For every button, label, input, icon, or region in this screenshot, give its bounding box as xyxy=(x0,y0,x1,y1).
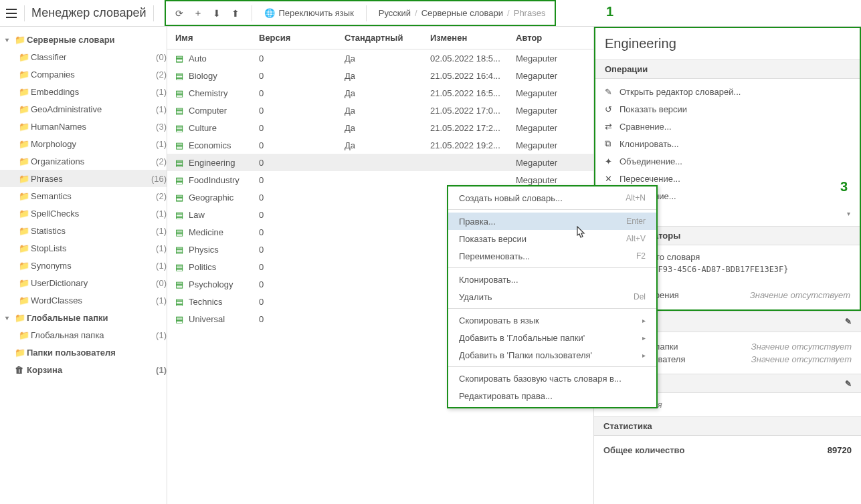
sidebar-item[interactable]: 📁GeoAdministrative (1) xyxy=(0,100,167,118)
shortcut-label: Alt+V xyxy=(626,234,646,243)
item-label: Semantics xyxy=(31,191,155,201)
switch-language-button[interactable]: 🌐 Переключить язык xyxy=(259,8,359,18)
shortcut-label: Alt+N xyxy=(626,193,646,203)
operation-item[interactable]: ⇄Сравнение... xyxy=(595,118,860,135)
sidebar-item[interactable]: 📁Organizations (2) xyxy=(0,152,167,170)
cell-name: Computer xyxy=(189,106,259,116)
separator xyxy=(153,5,154,21)
group-label: Корзина xyxy=(27,365,155,375)
global-folders-value: Значение отсутствует xyxy=(751,342,852,352)
folder-icon: 📁 xyxy=(19,278,31,288)
section-operations: Операции xyxy=(595,59,860,79)
context-menu-item[interactable]: Добавить в 'Папки пользователя'▸ xyxy=(448,346,656,364)
sidebar-item[interactable]: 📁UserDictionary (0) xyxy=(0,274,167,291)
cell-version: 0 xyxy=(259,123,345,133)
breadcrumb-item[interactable]: Русский xyxy=(379,8,411,18)
context-menu-item[interactable]: Редактировать права... xyxy=(448,387,656,404)
table-row[interactable]: ▤Computer0Да21.05.2022 17:0...Megaputer xyxy=(167,102,593,119)
sidebar-item[interactable]: 📁SpellChecks (1) xyxy=(0,205,167,222)
operation-item[interactable]: ⧉Клонировать... xyxy=(595,135,860,152)
table-row[interactable]: ▤Auto0Да02.05.2022 18:5...Megaputer xyxy=(167,49,593,67)
sidebar-item[interactable]: 📁Phrases (16) xyxy=(0,170,167,187)
item-label: Synonyms xyxy=(31,261,155,271)
sidebar-item[interactable]: 📁Semantics (2) xyxy=(0,187,167,205)
edit-icon[interactable]: ✎ xyxy=(845,379,852,388)
context-menu-item[interactable]: УдалитьDel xyxy=(448,288,656,305)
col-standard[interactable]: Стандартный xyxy=(345,33,430,43)
context-menu-item[interactable]: Скопировать в язык▸ xyxy=(448,311,656,329)
cell-standard: Да xyxy=(345,53,430,64)
separator xyxy=(366,5,367,21)
context-menu-item[interactable]: Показать версииAlt+V xyxy=(448,230,656,247)
item-label: Embeddings xyxy=(31,87,155,97)
menu-item-label: Правка... xyxy=(459,217,626,227)
sidebar-item[interactable]: 📁Глобальная папка (1) xyxy=(0,326,167,344)
breadcrumb-item[interactable]: Серверные словари xyxy=(421,8,503,18)
menu-separator xyxy=(448,366,656,367)
sidebar-item[interactable]: 📁Statistics (1) xyxy=(0,222,167,239)
dictionary-icon: ▤ xyxy=(175,210,189,220)
item-label: GeoAdministrative xyxy=(31,104,155,114)
upload-button[interactable]: ⬆ xyxy=(226,4,245,23)
guid-ext-value: Значение отсутствует xyxy=(750,290,850,300)
details-title: Engineering xyxy=(595,28,860,59)
breadcrumb-separator: / xyxy=(507,8,510,18)
group-label: Папки пользователя xyxy=(27,348,167,358)
col-author[interactable]: Автор xyxy=(516,33,593,43)
operation-item[interactable]: ✎Открыть редактор словарей... xyxy=(595,83,860,100)
sidebar-item[interactable]: 📁Companies (2) xyxy=(0,66,167,83)
edit-icon[interactable]: ✎ xyxy=(845,317,852,326)
download-button[interactable]: ⬇ xyxy=(207,4,226,23)
sidebar-item[interactable]: 📁Morphology (1) xyxy=(0,135,167,152)
col-name[interactable]: Имя xyxy=(175,33,259,43)
sidebar-item[interactable]: 📁StopLists (1) xyxy=(0,239,167,257)
table-row[interactable]: ▤Engineering0Megaputer xyxy=(167,154,593,171)
table-row[interactable]: ▤Biology0Да21.05.2022 16:4...Megaputer xyxy=(167,67,593,84)
add-button[interactable]: ＋ xyxy=(189,4,207,23)
folder-icon: 📁 xyxy=(19,209,31,219)
dictionary-icon: ▤ xyxy=(175,193,189,203)
breadcrumb-separator: / xyxy=(415,8,417,18)
cell-modified: 21.05.2022 16:5... xyxy=(430,88,516,98)
cell-modified: 21.05.2022 19:2... xyxy=(430,140,516,150)
context-menu-item[interactable]: Правка...Enter xyxy=(448,213,656,230)
operation-item[interactable]: ↺Показать версии xyxy=(595,100,860,118)
user-folders-value: Значение отсутствует xyxy=(751,354,852,364)
refresh-button[interactable]: ⟳ xyxy=(170,4,189,23)
item-label: SpellChecks xyxy=(31,209,155,219)
sidebar-group[interactable]: 📁Папки пользователя xyxy=(0,344,167,361)
col-version[interactable]: Версия xyxy=(259,33,345,43)
table-row[interactable]: ▤Economics0Да21.05.2022 19:2...Megaputer xyxy=(167,136,593,154)
item-label: StopLists xyxy=(31,243,155,253)
sidebar-item[interactable]: 📁WordClasses (1) xyxy=(0,291,167,309)
col-modified[interactable]: Изменен xyxy=(430,33,516,43)
sidebar-item[interactable]: 📁HumanNames (3) xyxy=(0,118,167,135)
dictionary-grid: Имя Версия Стандартный Изменен Автор ▤Au… xyxy=(167,27,593,504)
folder-icon: 📁 xyxy=(15,35,27,45)
sidebar-group[interactable]: ▾📁Серверные словари xyxy=(0,31,167,48)
context-menu-item[interactable]: Скопировать базовую часть словаря в... xyxy=(448,370,656,387)
cell-version: 0 xyxy=(259,106,345,116)
folder-icon: 📁 xyxy=(19,104,31,114)
sidebar-item[interactable]: 📁Embeddings (1) xyxy=(0,83,167,100)
table-row[interactable]: ▤Chemistry0Да21.05.2022 16:5...Megaputer xyxy=(167,84,593,102)
context-menu-item[interactable]: Клонировать... xyxy=(448,271,656,288)
menu-item-label: Удалить xyxy=(459,292,634,302)
table-row[interactable]: ▤Culture0Да21.05.2022 17:2...Megaputer xyxy=(167,119,593,136)
context-menu-item[interactable]: Переименовать...F2 xyxy=(448,247,656,265)
item-label: Organizations xyxy=(31,156,155,166)
sidebar-item[interactable]: 📁Synonyms (1) xyxy=(0,257,167,274)
menu-icon[interactable] xyxy=(5,7,17,19)
operation-item[interactable]: ✦Объединение... xyxy=(595,152,860,170)
sidebar-group[interactable]: ▾📁Глобальные папки xyxy=(0,309,167,326)
item-label: Phrases xyxy=(31,174,150,184)
translate-icon: 🌐 xyxy=(264,8,275,18)
sidebar-item[interactable]: 📁Classifier (0) xyxy=(0,48,167,66)
context-menu-item[interactable]: Создать новый словарь...Alt+N xyxy=(448,189,656,207)
context-menu-item[interactable]: Добавить в 'Глобальные папки'▸ xyxy=(448,329,656,346)
cell-name: Medicine xyxy=(189,227,259,237)
cell-name: FoodIndustry xyxy=(189,175,259,185)
menu-item-label: Создать новый словарь... xyxy=(459,193,626,203)
folder-icon: 📁 xyxy=(19,191,31,201)
sidebar-group[interactable]: 🗑Корзина (1) xyxy=(0,361,167,378)
